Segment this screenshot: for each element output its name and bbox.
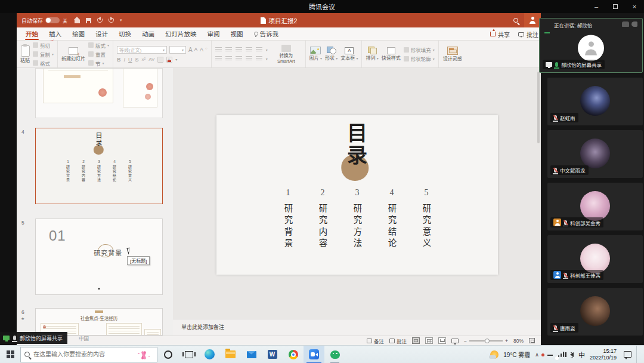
volume-icon[interactable] [570,352,574,357]
search-input[interactable] [33,351,123,358]
columns-button[interactable] [256,56,262,61]
qat-dropdown-icon[interactable]: ▾ [120,18,122,23]
strikethrough-button[interactable]: S [135,57,139,63]
format-painter-button[interactable]: 格式 [33,60,54,67]
ime-indicator[interactable]: 中 [578,350,585,359]
smartart-button[interactable]: 转换为SmartArt [271,45,302,64]
show-desktop-button[interactable] [636,346,639,363]
participant-tile[interactable]: 科创部吴金秀 [547,183,643,230]
design-ideas-button[interactable]: 设计灵感 [442,47,463,61]
font-size-select[interactable]: ▾ [169,46,186,54]
shape-fill-button[interactable]: 形状填充▾ [404,46,435,53]
comments-button[interactable]: 批注 [518,30,538,39]
font-name-select[interactable]: 等线(正文)▾ [117,46,167,54]
align-center-button[interactable] [225,56,232,61]
tile-action-icons[interactable] [622,21,637,27]
zoom-out-button[interactable]: − [464,338,467,344]
tencent-meeting-button[interactable] [304,346,324,363]
clear-format-button[interactable]: A◌ [200,47,208,53]
ribbon-search-button[interactable] [507,13,524,27]
slide-3-thumbnail[interactable] [35,68,163,118]
slideshow-button[interactable] [451,339,459,343]
italic-button[interactable]: I [124,57,126,63]
weather-icon[interactable] [490,350,499,359]
numbering-button[interactable] [225,47,232,53]
fit-to-window-button[interactable] [529,338,535,343]
maximize-button[interactable] [606,0,625,13]
autosave-toggle[interactable]: 自动保存 关 [21,17,67,24]
tab-animations[interactable]: 动画 [137,27,160,41]
zoom-slider[interactable] [469,340,503,342]
notification-center-icon[interactable] [624,351,631,358]
weather-text[interactable]: 19°C 雾霾 [503,350,530,359]
copy-button[interactable]: 复制▾ [33,51,54,58]
participant-tile[interactable]: 科创部王佳茜 [547,235,643,283]
comments-toggle[interactable]: 批注 [389,337,407,344]
slide-4-thumbnail[interactable]: 目 录 1研究背景 2研究内容 3研究方法 4研究结论 5研究意义 [35,128,163,204]
tab-draw[interactable]: 绘图 [67,27,90,41]
screen-share-indicator[interactable]: 郝欣怡的屏幕共享 [0,332,67,344]
normal-view-button[interactable] [412,337,420,344]
participant-tile[interactable]: 唐雨姿 [547,288,643,336]
textbox-button[interactable]: A 文本框 ▾ [340,47,358,61]
close-button[interactable]: × [625,0,644,13]
shapes-button[interactable]: 形状 ▾ [325,47,338,61]
autosave-toggle-pill[interactable] [45,17,60,23]
cortana-button[interactable] [157,346,178,363]
tab-review[interactable]: 审阅 [202,27,225,41]
mail-button[interactable] [241,346,262,363]
shape-outline-button[interactable]: 形状轮廓▾ [404,55,435,62]
paste-button[interactable]: 粘贴 [20,45,30,63]
reading-view-button[interactable] [438,337,446,344]
underline-button[interactable]: U [128,57,132,63]
home-icon[interactable] [75,20,80,23]
participant-tile[interactable]: 中文解雨龙 [547,130,643,178]
tray-expand-icon[interactable]: ∧ [535,352,539,358]
zoom-percentage[interactable]: 80% [513,338,524,344]
share-button[interactable]: 共享 [490,30,510,39]
font-color-button[interactable]: A [166,57,172,63]
indent-decrease-button[interactable] [236,47,242,53]
participant-tile[interactable]: 赵虹雨 [547,78,643,125]
account-button[interactable] [524,13,541,27]
undo-icon[interactable] [97,19,103,23]
tab-view[interactable]: 视图 [225,27,249,41]
bullets-button[interactable] [215,47,222,53]
grow-shrink-font[interactable]: AA [188,47,197,53]
quick-styles-button[interactable]: 快速样式 [382,47,401,61]
align-left-button[interactable] [215,56,222,61]
line-spacing-button[interactable] [256,47,262,53]
redo-icon[interactable] [109,19,114,23]
word-button[interactable]: W [262,346,283,363]
minimize-button[interactable]: – [587,0,606,13]
save-icon[interactable] [86,18,91,23]
taskbar-search-box[interactable] [20,347,157,362]
clock[interactable]: 15:17 2022/10/19 [590,348,617,361]
cut-button[interactable]: 剪切 [33,42,54,49]
tab-transitions[interactable]: 切换 [113,27,137,41]
current-slide[interactable]: 目 录 1研究背景 2研究内容 3研究方法 4研究结论 5研究意义 [216,115,498,275]
notes-toggle[interactable]: 备注 [367,337,384,344]
tab-slideshow[interactable]: 幻灯片放映 [160,27,202,41]
bold-button[interactable]: B [117,57,121,63]
vertical-scrollbar[interactable] [537,72,540,143]
task-view-button[interactable] [178,346,199,363]
reset-button[interactable]: 重置 [88,51,109,58]
zoom-slider-handle[interactable] [485,339,490,343]
shadow-button[interactable]: x² [142,57,146,62]
section-button[interactable]: 节▾ [88,60,109,67]
justify-button[interactable] [246,56,252,61]
chrome-button[interactable] [283,346,304,363]
align-right-button[interactable] [236,56,242,61]
slide-sorter-view-button[interactable] [425,337,433,344]
indent-increase-button[interactable] [246,47,252,53]
layout-button[interactable]: 版式▾ [88,42,109,49]
tab-design[interactable]: 设计 [90,27,113,41]
highlight-color-button[interactable] [157,57,163,63]
tab-tellme[interactable]: 告诉我 [249,27,284,41]
spacing-button[interactable]: AV [148,57,154,62]
zoom-in-button[interactable]: + [505,338,508,344]
picture-button[interactable]: 图片 ▾ [309,47,322,61]
file-explorer-button[interactable] [220,346,241,363]
participant-tile-screenshare[interactable]: 正在讲话: 郝欣怡 郝欣怡的屏幕共享 [539,18,643,73]
